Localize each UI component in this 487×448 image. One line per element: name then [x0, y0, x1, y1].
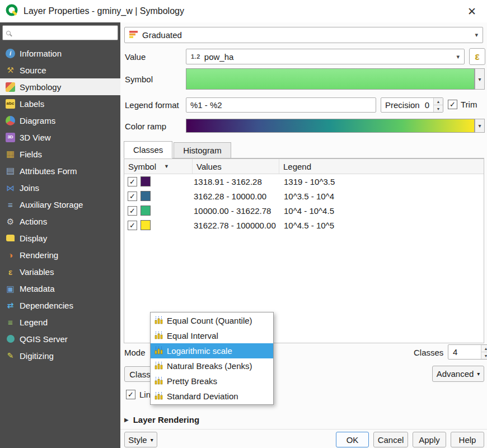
- histogram-icon: [154, 316, 163, 326]
- class-row[interactable]: ✓ 1318.91 - 3162.28 1319 - 10^3.5: [124, 174, 484, 189]
- value-label: Value: [125, 52, 146, 62]
- search-input[interactable]: [14, 29, 115, 38]
- column-header-symbol[interactable]: Symbol ▼: [124, 159, 193, 174]
- search-icon: [6, 31, 11, 35]
- color-ramp-label: Color ramp: [125, 122, 166, 131]
- mode-option-standard-deviation[interactable]: Standard Deviation: [151, 389, 273, 404]
- sidebar-item-label: Joins: [20, 183, 39, 193]
- mode-option-equal-interval[interactable]: Equal Interval: [151, 328, 273, 343]
- precision-spinbox[interactable]: Precision 0 ▲ ▼: [381, 97, 443, 113]
- chevron-down-icon: ▾: [456, 53, 460, 60]
- sidebar-item-metadata[interactable]: ▣ Metadata: [0, 280, 120, 297]
- mode-option-label: Equal Interval: [167, 331, 218, 340]
- legend-icon: ≡: [6, 318, 15, 327]
- decimal-field-icon: 1.2: [191, 53, 200, 60]
- mode-option-equal-count[interactable]: Equal Count (Quantile): [151, 313, 273, 328]
- trim-checkbox[interactable]: ✓: [448, 100, 457, 109]
- metadata-icon: ▣: [6, 284, 15, 293]
- ok-button[interactable]: OK: [336, 432, 369, 447]
- sidebar-item-label: Auxiliary Storage: [20, 200, 83, 209]
- column-menu-icon[interactable]: ▼: [164, 164, 169, 169]
- mode-option-label: Natural Breaks (Jenks): [167, 361, 252, 371]
- spin-down-button[interactable]: ▼: [434, 105, 443, 112]
- class-color-swatch[interactable]: [141, 191, 151, 201]
- tab-histogram[interactable]: Histogram: [174, 142, 231, 158]
- sidebar-item-label: Labels: [20, 99, 44, 109]
- class-visibility-checkbox[interactable]: ✓: [128, 177, 137, 186]
- sidebar-item-legend[interactable]: ≡ Legend: [0, 314, 120, 330]
- sidebar-item-fields[interactable]: ▦ Fields: [0, 146, 120, 162]
- joins-icon: ⋈: [6, 183, 15, 193]
- information-icon: i: [6, 49, 15, 58]
- sidebar-item-digitizing[interactable]: ✎ Digitizing: [0, 347, 120, 364]
- expression-builder-button[interactable]: ε: [469, 48, 485, 65]
- classes-spinner: ▲ ▼: [481, 345, 487, 359]
- sidebar-item-variables[interactable]: ε Variables: [0, 263, 120, 280]
- classes-count-spinbox[interactable]: 4 ▲ ▼: [448, 344, 487, 360]
- class-legend: 10^4 - 10^4.5: [279, 206, 484, 216]
- qgis-server-icon: [6, 334, 15, 344]
- symbol-preview[interactable]: [186, 68, 475, 90]
- sidebar-item-label: Information: [20, 49, 62, 58]
- sidebar-item-qgis-server[interactable]: QGIS Server: [0, 330, 120, 347]
- sidebar-item-label: Source: [20, 66, 46, 75]
- column-header-legend[interactable]: Legend: [279, 159, 484, 174]
- class-row[interactable]: ✓ 3162.28 - 10000.00 10^3.5 - 10^4: [124, 189, 484, 203]
- value-field-select[interactable]: 1.2 pow_ha ▾: [186, 49, 465, 64]
- help-button[interactable]: Help: [451, 432, 484, 447]
- link-class-boundaries-checkbox[interactable]: ✓: [126, 390, 135, 399]
- spin-down-button[interactable]: ▼: [481, 352, 487, 359]
- advanced-button[interactable]: Advanced ▾: [432, 366, 484, 382]
- sidebar-item-attributes-form[interactable]: ▤ Attributes Form: [0, 162, 120, 179]
- class-visibility-checkbox[interactable]: ✓: [128, 192, 137, 201]
- class-row[interactable]: ✓ 31622.78 - 100000.00 10^4.5 - 10^5: [124, 218, 484, 232]
- diagrams-icon: [6, 116, 15, 125]
- spin-up-button[interactable]: ▲: [481, 345, 487, 352]
- mode-option-logarithmic-scale[interactable]: Logarithmic scale: [151, 343, 273, 358]
- sidebar-item-labels[interactable]: abc Labels: [0, 95, 120, 112]
- mode-option-pretty-breaks[interactable]: Pretty Breaks: [151, 374, 273, 389]
- class-row[interactable]: ✓ 10000.00 - 31622.78 10^4 - 10^4.5: [124, 203, 484, 218]
- layer-rendering-section-header[interactable]: ▶ Layer Rendering: [124, 415, 199, 424]
- sidebar-item-rendering[interactable]: ◑ Rendering: [0, 246, 120, 263]
- style-button[interactable]: Style ▾: [124, 432, 157, 447]
- sidebar-item-auxiliary-storage[interactable]: ≡ Auxiliary Storage: [0, 196, 120, 213]
- sidebar-item-dependencies[interactable]: ⇄ Dependencies: [0, 297, 120, 314]
- sidebar-item-label: Symbology: [20, 82, 61, 92]
- legend-format-input[interactable]: %1 - %2: [186, 97, 376, 113]
- close-icon[interactable]: ✕: [462, 5, 481, 18]
- advanced-label: Advanced: [437, 369, 474, 379]
- class-values: 1318.91 - 3162.28: [193, 177, 279, 186]
- sidebar-search[interactable]: [2, 25, 118, 40]
- sidebar-item-display[interactable]: Display: [0, 230, 120, 246]
- apply-button[interactable]: Apply: [413, 432, 446, 447]
- symbol-dropdown-button[interactable]: ▾: [475, 68, 485, 90]
- class-legend: 1319 - 10^3.5: [279, 177, 484, 186]
- class-color-swatch[interactable]: [141, 206, 151, 216]
- symbology-icon: [6, 82, 15, 92]
- spin-up-button[interactable]: ▲: [434, 98, 443, 105]
- fields-icon: ▦: [6, 150, 15, 159]
- sidebar-item-source[interactable]: ⚒ Source: [0, 62, 120, 78]
- renderer-select[interactable]: Graduated ▾: [124, 27, 483, 43]
- sidebar-item-label: Display: [20, 234, 47, 243]
- class-color-swatch[interactable]: [141, 176, 151, 186]
- class-values: 31622.78 - 100000.00: [193, 221, 279, 230]
- column-header-values[interactable]: Values: [193, 159, 279, 174]
- color-ramp-preview[interactable]: [186, 119, 475, 133]
- sidebar-item-information[interactable]: i Information: [0, 45, 120, 62]
- tab-classes[interactable]: Classes: [124, 141, 172, 158]
- display-icon: [6, 234, 15, 243]
- class-visibility-checkbox[interactable]: ✓: [128, 206, 137, 216]
- cancel-button[interactable]: Cancel: [373, 432, 408, 447]
- sidebar-item-joins[interactable]: ⋈ Joins: [0, 179, 120, 196]
- sidebar-item-3d-view[interactable]: 3D 3D View: [0, 129, 120, 146]
- sidebar-item-label: Digitizing: [20, 351, 54, 361]
- sidebar-item-symbology[interactable]: Symbology: [0, 78, 120, 95]
- color-ramp-dropdown-button[interactable]: ▾: [475, 119, 485, 133]
- sidebar-item-diagrams[interactable]: Diagrams: [0, 112, 120, 129]
- class-visibility-checkbox[interactable]: ✓: [128, 221, 137, 230]
- class-color-swatch[interactable]: [141, 220, 151, 230]
- mode-option-natural-breaks[interactable]: Natural Breaks (Jenks): [151, 358, 273, 374]
- sidebar-item-actions[interactable]: ⚙ Actions: [0, 213, 120, 230]
